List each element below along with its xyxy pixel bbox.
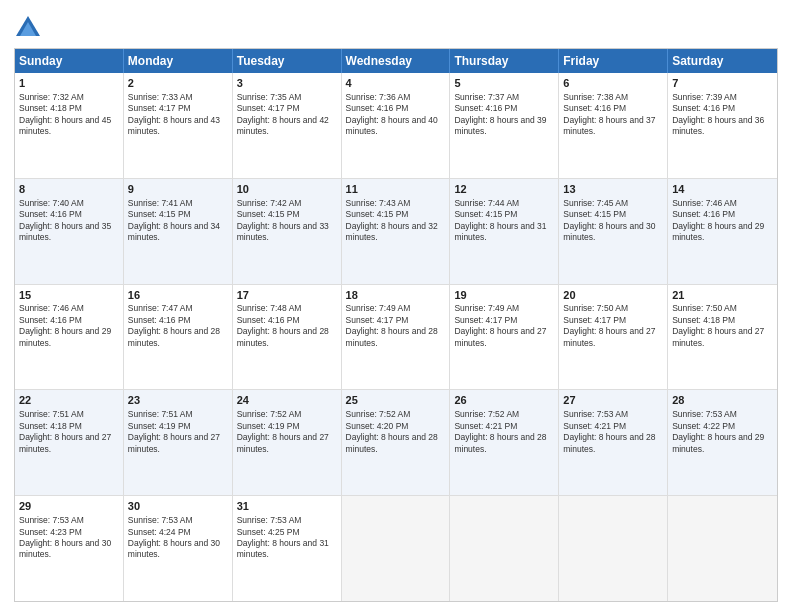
cell-info: Sunrise: 7:41 AMSunset: 4:15 PMDaylight:…	[128, 198, 220, 242]
empty-cell	[559, 496, 668, 601]
calendar-row-2: 8Sunrise: 7:40 AMSunset: 4:16 PMDaylight…	[15, 179, 777, 285]
cell-info: Sunrise: 7:52 AMSunset: 4:19 PMDaylight:…	[237, 409, 329, 453]
header-day-monday: Monday	[124, 49, 233, 73]
day-number: 28	[672, 393, 773, 408]
cell-info: Sunrise: 7:45 AMSunset: 4:15 PMDaylight:…	[563, 198, 655, 242]
day-number: 29	[19, 499, 119, 514]
day-number: 24	[237, 393, 337, 408]
day-number: 21	[672, 288, 773, 303]
calendar-cell-18: 18Sunrise: 7:49 AMSunset: 4:17 PMDayligh…	[342, 285, 451, 390]
day-number: 7	[672, 76, 773, 91]
calendar-cell-19: 19Sunrise: 7:49 AMSunset: 4:17 PMDayligh…	[450, 285, 559, 390]
day-number: 8	[19, 182, 119, 197]
calendar-body: 1Sunrise: 7:32 AMSunset: 4:18 PMDaylight…	[15, 73, 777, 601]
calendar-cell-6: 6Sunrise: 7:38 AMSunset: 4:16 PMDaylight…	[559, 73, 668, 178]
calendar-cell-25: 25Sunrise: 7:52 AMSunset: 4:20 PMDayligh…	[342, 390, 451, 495]
empty-cell	[450, 496, 559, 601]
cell-info: Sunrise: 7:33 AMSunset: 4:17 PMDaylight:…	[128, 92, 220, 136]
cell-info: Sunrise: 7:53 AMSunset: 4:23 PMDaylight:…	[19, 515, 111, 559]
cell-info: Sunrise: 7:52 AMSunset: 4:20 PMDaylight:…	[346, 409, 438, 453]
calendar-cell-4: 4Sunrise: 7:36 AMSunset: 4:16 PMDaylight…	[342, 73, 451, 178]
calendar-cell-5: 5Sunrise: 7:37 AMSunset: 4:16 PMDaylight…	[450, 73, 559, 178]
calendar-row-5: 29Sunrise: 7:53 AMSunset: 4:23 PMDayligh…	[15, 496, 777, 601]
logo	[14, 14, 45, 42]
calendar-cell-17: 17Sunrise: 7:48 AMSunset: 4:16 PMDayligh…	[233, 285, 342, 390]
day-number: 10	[237, 182, 337, 197]
cell-info: Sunrise: 7:48 AMSunset: 4:16 PMDaylight:…	[237, 303, 329, 347]
calendar-cell-24: 24Sunrise: 7:52 AMSunset: 4:19 PMDayligh…	[233, 390, 342, 495]
empty-cell	[342, 496, 451, 601]
cell-info: Sunrise: 7:43 AMSunset: 4:15 PMDaylight:…	[346, 198, 438, 242]
header-day-sunday: Sunday	[15, 49, 124, 73]
calendar-cell-29: 29Sunrise: 7:53 AMSunset: 4:23 PMDayligh…	[15, 496, 124, 601]
day-number: 11	[346, 182, 446, 197]
calendar-cell-15: 15Sunrise: 7:46 AMSunset: 4:16 PMDayligh…	[15, 285, 124, 390]
cell-info: Sunrise: 7:53 AMSunset: 4:22 PMDaylight:…	[672, 409, 764, 453]
day-number: 9	[128, 182, 228, 197]
cell-info: Sunrise: 7:47 AMSunset: 4:16 PMDaylight:…	[128, 303, 220, 347]
header-day-saturday: Saturday	[668, 49, 777, 73]
cell-info: Sunrise: 7:50 AMSunset: 4:17 PMDaylight:…	[563, 303, 655, 347]
calendar-row-3: 15Sunrise: 7:46 AMSunset: 4:16 PMDayligh…	[15, 285, 777, 391]
day-number: 22	[19, 393, 119, 408]
day-number: 14	[672, 182, 773, 197]
calendar-cell-1: 1Sunrise: 7:32 AMSunset: 4:18 PMDaylight…	[15, 73, 124, 178]
calendar-cell-22: 22Sunrise: 7:51 AMSunset: 4:18 PMDayligh…	[15, 390, 124, 495]
cell-info: Sunrise: 7:53 AMSunset: 4:21 PMDaylight:…	[563, 409, 655, 453]
calendar-cell-30: 30Sunrise: 7:53 AMSunset: 4:24 PMDayligh…	[124, 496, 233, 601]
cell-info: Sunrise: 7:39 AMSunset: 4:16 PMDaylight:…	[672, 92, 764, 136]
calendar-cell-11: 11Sunrise: 7:43 AMSunset: 4:15 PMDayligh…	[342, 179, 451, 284]
day-number: 3	[237, 76, 337, 91]
day-number: 12	[454, 182, 554, 197]
day-number: 30	[128, 499, 228, 514]
cell-info: Sunrise: 7:51 AMSunset: 4:18 PMDaylight:…	[19, 409, 111, 453]
day-number: 31	[237, 499, 337, 514]
calendar-cell-13: 13Sunrise: 7:45 AMSunset: 4:15 PMDayligh…	[559, 179, 668, 284]
header-day-friday: Friday	[559, 49, 668, 73]
page-header	[14, 10, 778, 42]
day-number: 4	[346, 76, 446, 91]
day-number: 20	[563, 288, 663, 303]
day-number: 15	[19, 288, 119, 303]
calendar-cell-7: 7Sunrise: 7:39 AMSunset: 4:16 PMDaylight…	[668, 73, 777, 178]
cell-info: Sunrise: 7:36 AMSunset: 4:16 PMDaylight:…	[346, 92, 438, 136]
cell-info: Sunrise: 7:53 AMSunset: 4:25 PMDaylight:…	[237, 515, 329, 559]
calendar-cell-23: 23Sunrise: 7:51 AMSunset: 4:19 PMDayligh…	[124, 390, 233, 495]
cell-info: Sunrise: 7:44 AMSunset: 4:15 PMDaylight:…	[454, 198, 546, 242]
cell-info: Sunrise: 7:46 AMSunset: 4:16 PMDaylight:…	[672, 198, 764, 242]
calendar-cell-3: 3Sunrise: 7:35 AMSunset: 4:17 PMDaylight…	[233, 73, 342, 178]
cell-info: Sunrise: 7:42 AMSunset: 4:15 PMDaylight:…	[237, 198, 329, 242]
header-day-tuesday: Tuesday	[233, 49, 342, 73]
cell-info: Sunrise: 7:53 AMSunset: 4:24 PMDaylight:…	[128, 515, 220, 559]
day-number: 26	[454, 393, 554, 408]
day-number: 16	[128, 288, 228, 303]
cell-info: Sunrise: 7:40 AMSunset: 4:16 PMDaylight:…	[19, 198, 111, 242]
cell-info: Sunrise: 7:51 AMSunset: 4:19 PMDaylight:…	[128, 409, 220, 453]
calendar-cell-10: 10Sunrise: 7:42 AMSunset: 4:15 PMDayligh…	[233, 179, 342, 284]
day-number: 18	[346, 288, 446, 303]
calendar-cell-27: 27Sunrise: 7:53 AMSunset: 4:21 PMDayligh…	[559, 390, 668, 495]
day-number: 17	[237, 288, 337, 303]
day-number: 5	[454, 76, 554, 91]
cell-info: Sunrise: 7:46 AMSunset: 4:16 PMDaylight:…	[19, 303, 111, 347]
cell-info: Sunrise: 7:49 AMSunset: 4:17 PMDaylight:…	[454, 303, 546, 347]
calendar-header: SundayMondayTuesdayWednesdayThursdayFrid…	[15, 49, 777, 73]
header-day-wednesday: Wednesday	[342, 49, 451, 73]
day-number: 23	[128, 393, 228, 408]
calendar-cell-9: 9Sunrise: 7:41 AMSunset: 4:15 PMDaylight…	[124, 179, 233, 284]
cell-info: Sunrise: 7:32 AMSunset: 4:18 PMDaylight:…	[19, 92, 111, 136]
cell-info: Sunrise: 7:49 AMSunset: 4:17 PMDaylight:…	[346, 303, 438, 347]
cell-info: Sunrise: 7:52 AMSunset: 4:21 PMDaylight:…	[454, 409, 546, 453]
calendar-cell-31: 31Sunrise: 7:53 AMSunset: 4:25 PMDayligh…	[233, 496, 342, 601]
calendar-cell-20: 20Sunrise: 7:50 AMSunset: 4:17 PMDayligh…	[559, 285, 668, 390]
calendar-row-4: 22Sunrise: 7:51 AMSunset: 4:18 PMDayligh…	[15, 390, 777, 496]
day-number: 19	[454, 288, 554, 303]
calendar-row-1: 1Sunrise: 7:32 AMSunset: 4:18 PMDaylight…	[15, 73, 777, 179]
calendar-cell-21: 21Sunrise: 7:50 AMSunset: 4:18 PMDayligh…	[668, 285, 777, 390]
day-number: 6	[563, 76, 663, 91]
calendar-cell-2: 2Sunrise: 7:33 AMSunset: 4:17 PMDaylight…	[124, 73, 233, 178]
day-number: 1	[19, 76, 119, 91]
calendar-cell-12: 12Sunrise: 7:44 AMSunset: 4:15 PMDayligh…	[450, 179, 559, 284]
calendar-cell-8: 8Sunrise: 7:40 AMSunset: 4:16 PMDaylight…	[15, 179, 124, 284]
calendar-cell-14: 14Sunrise: 7:46 AMSunset: 4:16 PMDayligh…	[668, 179, 777, 284]
